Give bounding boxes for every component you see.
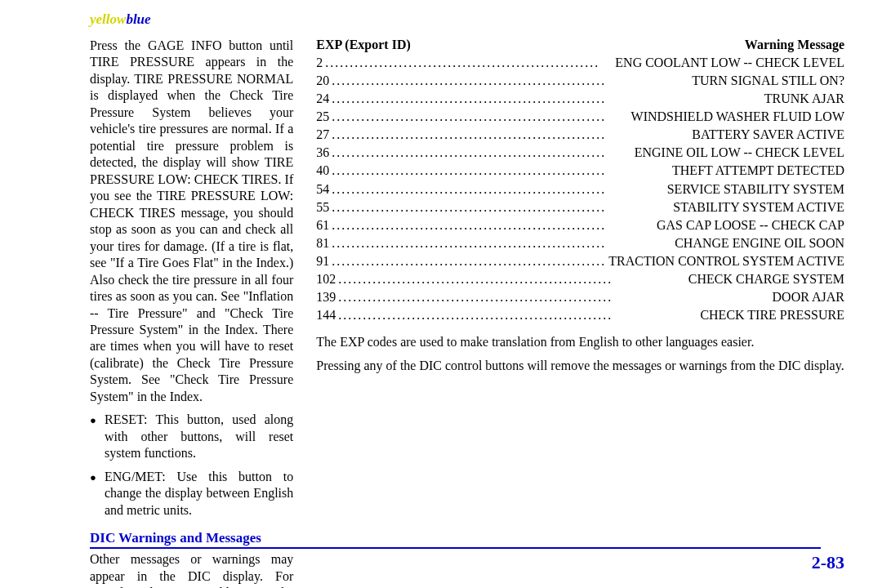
leader-dots: ........................................… xyxy=(329,108,630,126)
footer-rule xyxy=(90,547,821,549)
exp-id: 102 xyxy=(316,270,336,288)
dic-warnings-heading: DIC Warnings and Messages xyxy=(90,530,293,546)
exp-message: TRACTION CONTROL SYSTEM ACTIVE xyxy=(608,252,844,270)
leader-dots: ........................................… xyxy=(329,144,634,162)
exp-id: 55 xyxy=(316,198,329,216)
exp-message: TRUNK AJAR xyxy=(764,90,844,108)
dic-warnings-para: Other messages or warnings may appear in… xyxy=(90,551,293,588)
exp-row: 20......................................… xyxy=(316,72,844,90)
dic-buttons-note: Pressing any of the DIC control buttons … xyxy=(316,358,844,374)
leader-dots: ........................................… xyxy=(329,234,675,252)
exp-id: 144 xyxy=(316,306,336,324)
exp-row: 36......................................… xyxy=(316,144,844,162)
leader-dots: ........................................… xyxy=(329,252,608,270)
page-number: 2-83 xyxy=(812,552,844,573)
exp-message: ENG COOLANT LOW -- CHECK LEVEL xyxy=(615,54,844,72)
leader-dots: ........................................… xyxy=(336,288,772,306)
bullet-engmet: ● ENG/MET: Use this button to change the… xyxy=(90,469,293,519)
right-column: EXP (Export ID) Warning Message 2.......… xyxy=(316,38,844,588)
leader-dots: ........................................… xyxy=(323,54,615,72)
leader-dots: ........................................… xyxy=(329,198,673,216)
leader-dots: ........................................… xyxy=(336,306,700,324)
bullet-dot-icon: ● xyxy=(90,469,105,519)
exp-id: 27 xyxy=(316,126,329,144)
leader-dots: ........................................… xyxy=(329,162,672,180)
exp-id: 91 xyxy=(316,252,329,270)
exp-row: 40......................................… xyxy=(316,162,844,180)
header-yellow: yellow xyxy=(90,11,126,27)
exp-row: 2.......................................… xyxy=(316,54,844,72)
exp-row: 91......................................… xyxy=(316,252,844,270)
tire-pressure-text: Press the GAGE INFO button until TIRE PR… xyxy=(90,38,293,405)
exp-message: DOOR AJAR xyxy=(773,288,844,306)
bullet-reset-text: RESET: This button, used along with othe… xyxy=(105,412,293,461)
exp-row: 61......................................… xyxy=(316,216,844,234)
exp-table-header: EXP (Export ID) Warning Message xyxy=(316,38,844,52)
tire-pressure-continuation: Press the GAGE INFO button until TIRE PR… xyxy=(90,38,293,405)
exp-message: TURN SIGNAL STILL ON? xyxy=(692,72,844,90)
leader-dots: ........................................… xyxy=(336,270,688,288)
bullet-reset: ● RESET: This button, used along with ot… xyxy=(90,412,293,461)
exp-message: CHECK TIRE PRESSURE xyxy=(700,306,844,324)
exp-note: The EXP codes are used to make translati… xyxy=(316,334,844,350)
exp-message: STABILITY SYSTEM ACTIVE xyxy=(673,198,844,216)
exp-row: 55......................................… xyxy=(316,198,844,216)
exp-row: 139.....................................… xyxy=(316,288,844,306)
exp-id: 81 xyxy=(316,234,329,252)
exp-message: ENGINE OIL LOW -- CHECK LEVEL xyxy=(635,144,844,162)
exp-row: 102.....................................… xyxy=(316,270,844,288)
exp-message: CHANGE ENGINE OIL SOON xyxy=(675,234,844,252)
exp-id: 36 xyxy=(316,144,329,162)
exp-id: 2 xyxy=(316,54,323,72)
bullet-engmet-text: ENG/MET: Use this button to change the d… xyxy=(105,469,293,519)
exp-id: 61 xyxy=(316,216,329,234)
exp-id: 20 xyxy=(316,72,329,90)
exp-row: 25......................................… xyxy=(316,108,844,126)
leader-dots: ........................................… xyxy=(329,72,692,90)
exp-row: 81......................................… xyxy=(316,234,844,252)
exp-header-right: Warning Message xyxy=(745,38,844,52)
exp-message: SERVICE STABILITY SYSTEM xyxy=(667,180,844,198)
leader-dots: ........................................… xyxy=(329,126,692,144)
content-area: Press the GAGE INFO button until TIRE PR… xyxy=(90,38,844,588)
exp-id: 54 xyxy=(316,180,329,198)
exp-row: 24......................................… xyxy=(316,90,844,108)
exp-table-body: 2.......................................… xyxy=(316,54,844,324)
exp-id: 40 xyxy=(316,162,329,180)
header-logo: yellowblue xyxy=(90,11,151,28)
exp-message: CHECK CHARGE SYSTEM xyxy=(688,270,844,288)
exp-message: BATTERY SAVER ACTIVE xyxy=(692,126,844,144)
exp-id: 139 xyxy=(316,288,336,306)
exp-row: 54......................................… xyxy=(316,180,844,198)
exp-id: 24 xyxy=(316,90,329,108)
left-column: Press the GAGE INFO button until TIRE PR… xyxy=(90,38,293,588)
leader-dots: ........................................… xyxy=(329,90,764,108)
bullet-dot-icon: ● xyxy=(90,412,105,461)
leader-dots: ........................................… xyxy=(329,216,657,234)
exp-row: 27......................................… xyxy=(316,126,844,144)
exp-id: 25 xyxy=(316,108,329,126)
leader-dots: ........................................… xyxy=(329,180,666,198)
exp-message: GAS CAP LOOSE -- CHECK CAP xyxy=(657,216,844,234)
exp-message: WINDSHIELD WASHER FLUID LOW xyxy=(631,108,844,126)
exp-message: THEFT ATTEMPT DETECTED xyxy=(672,162,844,180)
exp-row: 144.....................................… xyxy=(316,306,844,324)
header-blue: blue xyxy=(126,11,150,27)
exp-header-left: EXP (Export ID) xyxy=(316,38,411,52)
